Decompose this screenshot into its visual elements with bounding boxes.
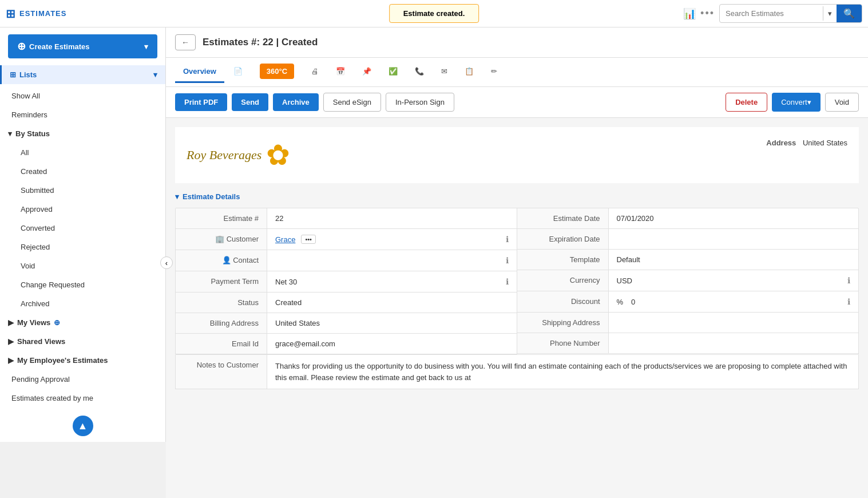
company-logo: Roy Beverages ✿ [187, 139, 290, 172]
sidebar: ⊕ Create Estimates ▾ ⊞ Lists ▾ Show All … [0, 27, 166, 442]
notes-value: Thanks for providing us the opportunity … [267, 355, 859, 389]
template-row: Template Default [517, 250, 859, 270]
create-chevron-icon: ▾ [144, 42, 148, 51]
shared-views-label: Shared Views [17, 337, 65, 346]
customer-row: 🏢 Customer Grace ••• ℹ [176, 229, 517, 250]
my-views-label: My Views [17, 318, 50, 327]
tab-phone[interactable]: 📞 [407, 61, 432, 83]
customer-link[interactable]: Grace [275, 235, 295, 244]
add-my-view-icon[interactable]: ⊕ [54, 318, 60, 327]
chevron-right-icon: ▶ [8, 318, 14, 327]
convert-button[interactable]: Convert▾ [772, 93, 821, 112]
more-options[interactable]: ••• [700, 7, 715, 19]
archive-button[interactable]: Archive [273, 93, 319, 111]
address-label: Address [766, 139, 796, 147]
tab-overview[interactable]: Overview [175, 61, 224, 83]
estimate-details-header[interactable]: ▾ Estimate Details [175, 192, 859, 201]
sidebar-item-show-all[interactable]: Show All [0, 86, 165, 105]
estimate-num-value: 22 [267, 208, 517, 228]
estimate-date-row: Estimate Date 07/01/2020 [517, 208, 859, 229]
search-dropdown-button[interactable]: ▾ [823, 6, 837, 21]
right-column: Estimate Date 07/01/2020 Expiration Date… [517, 208, 859, 354]
tab-email[interactable]: ✉ [433, 61, 455, 83]
tab-print[interactable]: 🖨 [303, 61, 327, 83]
tab-edit[interactable]: ✏ [483, 61, 505, 83]
chevron-right-emp-icon: ▶ [8, 356, 14, 365]
section-chevron-icon: ▾ [175, 192, 179, 201]
toast-container: Estimate created. [389, 4, 479, 23]
contact-row: 👤 Contact ℹ [176, 250, 517, 271]
notes-label: Notes to Customer [176, 355, 267, 389]
calendar-icon: 📅 [336, 67, 345, 76]
sidebar-lists-header[interactable]: ⊞ Lists ▾ [0, 65, 165, 84]
sidebar-item-submitted[interactable]: Submitted [5, 181, 165, 200]
customer-info-icon[interactable]: ℹ [506, 235, 509, 244]
phone-number-row: Phone Number [517, 333, 859, 354]
estimate-num-row: Estimate # 22 [176, 208, 517, 229]
status-label: Status [176, 293, 267, 313]
sidebar-shared-views-header[interactable]: ▶ Shared Views [0, 332, 165, 351]
company-name: Roy Beverages [187, 148, 261, 163]
back-button[interactable]: ← [175, 34, 196, 50]
payment-info-icon[interactable]: ℹ [506, 277, 509, 286]
contact-info-icon[interactable]: ℹ [506, 256, 509, 265]
sidebar-item-rejected[interactable]: Rejected [5, 238, 165, 256]
create-estimates-button[interactable]: ⊕ Create Estimates ▾ [8, 34, 157, 58]
send-esign-button[interactable]: Send eSign [323, 93, 381, 112]
sidebar-item-change-requested[interactable]: Change Requested [5, 275, 165, 294]
sidebar-item-reminders[interactable]: Reminders [0, 105, 165, 124]
sidebar-collapse-handle[interactable]: ‹ [160, 256, 173, 269]
print-pdf-button[interactable]: Print PDF [175, 93, 227, 111]
tab-calendar[interactable]: 📅 [328, 61, 353, 83]
scroll-top-button[interactable]: ▲ [73, 416, 93, 436]
discount-value: % 0 ℹ [609, 291, 859, 312]
estimate-details-section: ▾ Estimate Details Estimate # 22 [175, 192, 859, 398]
expiration-date-row: Expiration Date [517, 229, 859, 250]
discount-row: Discount % 0 ℹ [517, 291, 859, 313]
sidebar-item-pending-approval[interactable]: Pending Approval [0, 370, 165, 389]
status-row: Status Created [176, 293, 517, 313]
sidebar-my-views-header[interactable]: ▶ My Views ⊕ [0, 313, 165, 332]
tab-document[interactable]: 📄 [225, 61, 251, 83]
currency-info-icon[interactable]: ℹ [847, 276, 850, 285]
pin-icon: 📌 [362, 67, 371, 76]
currency-row: Currency USD ℹ [517, 270, 859, 291]
header-right: 📊 ••• ▾ 🔍 [683, 4, 862, 23]
left-column: Estimate # 22 🏢 Customer Grace ••• [176, 208, 517, 354]
sidebar-employee-estimates-header[interactable]: ▶ My Employee's Estimates [0, 351, 165, 370]
top-header: ⊞ ESTIMATES Estimate created. 📊 ••• ▾ 🔍 [0, 0, 868, 27]
tab-360[interactable]: 360°C [252, 58, 302, 86]
sidebar-by-status-header[interactable]: ▾ By Status [0, 124, 165, 143]
template-value: Default [609, 250, 859, 270]
content-area: ← Estimates #: 22 | Created Overview 📄 3… [166, 27, 868, 498]
tab-notes[interactable]: 📋 [457, 61, 482, 83]
contact-icon: 👤 [222, 256, 231, 264]
payment-term-value: Net 30 ℹ [267, 271, 517, 292]
app-title: ESTIMATES [19, 9, 66, 18]
void-button[interactable]: Void [825, 93, 859, 112]
sidebar-item-created[interactable]: Created [5, 162, 165, 181]
sidebar-item-approved[interactable]: Approved [5, 200, 165, 219]
tab-check[interactable]: ✅ [381, 61, 406, 83]
sidebar-item-archived[interactable]: Archived [5, 294, 165, 313]
search-submit-button[interactable]: 🔍 [837, 5, 862, 22]
sidebar-item-estimates-by-me[interactable]: Estimates created by me [0, 389, 165, 408]
in-person-sign-button[interactable]: In-Person Sign [386, 93, 454, 112]
delete-button[interactable]: Delete [726, 93, 767, 112]
document-icon: 📄 [233, 67, 243, 76]
sidebar-item-all[interactable]: All [5, 143, 165, 162]
discount-info-icon[interactable]: ℹ [847, 297, 850, 306]
sidebar-item-void[interactable]: Void [5, 256, 165, 275]
currency-label: Currency [517, 270, 609, 291]
search-input[interactable] [720, 6, 823, 21]
tab-pin[interactable]: 📌 [354, 61, 379, 83]
lists-grid-icon: ⊞ [10, 70, 16, 79]
customer-more-btn[interactable]: ••• [301, 235, 316, 244]
billing-address-value: United States [267, 313, 517, 333]
company-logo-swirl: ✿ [266, 139, 290, 172]
edit-icon: ✏ [491, 67, 497, 76]
send-button[interactable]: Send [232, 93, 268, 111]
chart-icon[interactable]: 📊 [683, 7, 696, 20]
sidebar-item-converted[interactable]: Converted [5, 219, 165, 238]
contact-value: ℹ [267, 250, 517, 271]
